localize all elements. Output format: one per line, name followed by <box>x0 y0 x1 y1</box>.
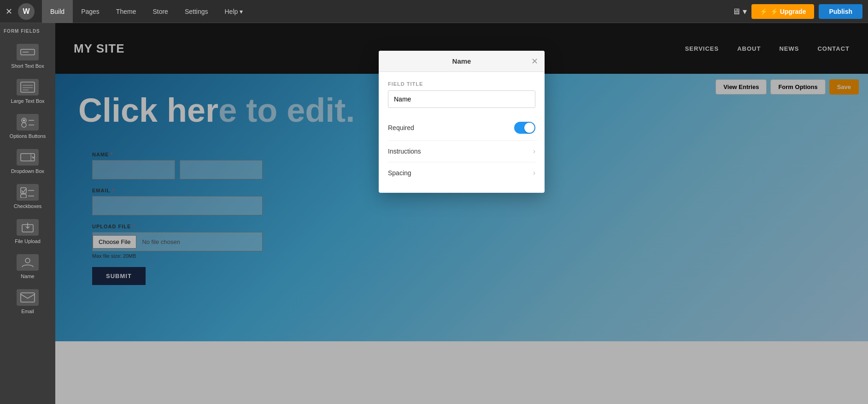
field-edit-modal: Name ✕ FIELD TITLE Required <box>379 51 545 193</box>
short-text-label: Short Text Box <box>11 63 44 69</box>
dropdown-icon <box>17 149 39 166</box>
file-upload-label: File Upload <box>15 238 41 244</box>
options-label: Options Buttons <box>10 133 46 139</box>
toggle-knob <box>524 123 534 133</box>
instructions-chevron: › <box>533 147 535 155</box>
required-toggle[interactable] <box>514 122 535 134</box>
modal-body: FIELD TITLE Required Instructions › <box>379 72 545 193</box>
nav-theme[interactable]: Theme <box>108 0 145 23</box>
file-upload-icon <box>17 219 39 236</box>
sidebar-item-dropdown[interactable]: Dropdown Box <box>2 144 53 178</box>
dropdown-label: Dropdown Box <box>11 168 44 174</box>
upgrade-label: ⚡ Upgrade <box>770 8 806 15</box>
instructions-option-row[interactable]: Instructions › <box>388 141 535 162</box>
spacing-chevron: › <box>533 169 535 177</box>
sidebar-item-options[interactable]: Options Buttons <box>2 109 53 143</box>
spacing-label: Spacing <box>388 169 411 177</box>
canvas-area: MY SITE SERVICES ABOUT NEWS CONTACT View… <box>55 23 868 404</box>
name-label: Name <box>21 273 34 279</box>
sidebar-item-large-text[interactable]: Large Text Box <box>2 74 53 108</box>
sidebar-item-file-upload[interactable]: File Upload <box>2 214 53 249</box>
spacing-option-row[interactable]: Spacing › <box>388 162 535 184</box>
large-text-label: Large Text Box <box>11 98 44 104</box>
field-title-input[interactable] <box>388 90 535 108</box>
upgrade-icon: ⚡ <box>760 8 768 15</box>
close-button[interactable]: ✕ <box>6 6 12 17</box>
svg-rect-21 <box>21 293 35 302</box>
checkboxes-label: Checkboxes <box>14 203 42 209</box>
email-icon <box>17 289 39 306</box>
nav-help[interactable]: Help ▾ <box>216 0 251 23</box>
name-icon <box>17 254 39 271</box>
svg-rect-15 <box>21 188 26 193</box>
nav-build[interactable]: Build <box>42 0 73 23</box>
sidebar-title: FORM FIELDS <box>0 29 55 38</box>
modal-overlay: Name ✕ FIELD TITLE Required <box>55 23 868 404</box>
nav-store[interactable]: Store <box>144 0 176 23</box>
options-icon <box>17 114 39 131</box>
svg-text:W: W <box>23 7 30 15</box>
sidebar-item-email[interactable]: Email <box>2 285 53 319</box>
nav-items: Build Pages Theme Store Settings Help ▾ <box>42 0 251 23</box>
nav-settings[interactable]: Settings <box>176 0 217 23</box>
sidebar-item-name[interactable]: Name <box>2 250 53 284</box>
sidebar-item-checkboxes[interactable]: Checkboxes <box>2 179 53 214</box>
publish-button[interactable]: Publish <box>819 4 862 19</box>
device-selector[interactable]: 🖥 ▾ <box>732 6 747 17</box>
modal-close-button[interactable]: ✕ <box>531 56 538 66</box>
email-label: Email <box>21 309 34 314</box>
large-text-icon <box>17 79 39 95</box>
required-option-row[interactable]: Required <box>388 115 535 141</box>
checkboxes-icon <box>17 184 39 201</box>
nav-right: 🖥 ▾ ⚡ ⚡ Upgrade Publish <box>732 4 862 19</box>
main-layout: FORM FIELDS Short Text Box Large Text Bo… <box>0 23 868 404</box>
site-preview: MY SITE SERVICES ABOUT NEWS CONTACT View… <box>55 23 868 404</box>
svg-rect-17 <box>21 194 26 198</box>
modal-header: Name ✕ <box>379 51 545 72</box>
sidebar: FORM FIELDS Short Text Box Large Text Bo… <box>0 23 55 404</box>
nav-pages[interactable]: Pages <box>73 0 108 23</box>
required-label: Required <box>388 124 414 131</box>
modal-title: Name <box>452 57 471 65</box>
svg-point-20 <box>25 258 30 263</box>
upgrade-button[interactable]: ⚡ ⚡ Upgrade <box>751 4 815 19</box>
instructions-label: Instructions <box>388 148 421 155</box>
weebly-logo: W <box>18 3 35 20</box>
field-title-label: FIELD TITLE <box>388 81 535 87</box>
top-navigation: ✕ W Build Pages Theme Store Settings Hel… <box>0 0 868 23</box>
short-text-icon <box>17 44 39 60</box>
sidebar-item-short-text[interactable]: Short Text Box <box>2 39 53 73</box>
svg-point-9 <box>23 119 25 122</box>
svg-point-10 <box>22 123 26 127</box>
svg-rect-4 <box>21 82 35 92</box>
